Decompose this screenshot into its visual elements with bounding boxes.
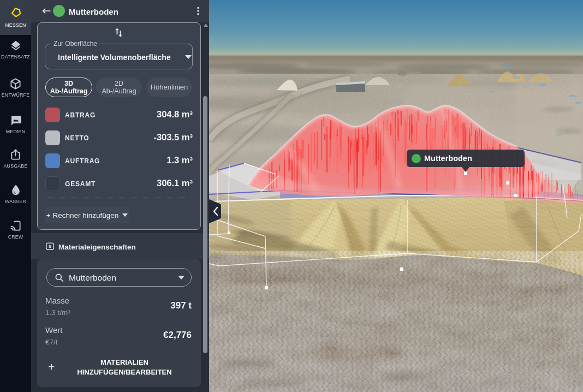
- svg-text:$: $: [49, 244, 51, 249]
